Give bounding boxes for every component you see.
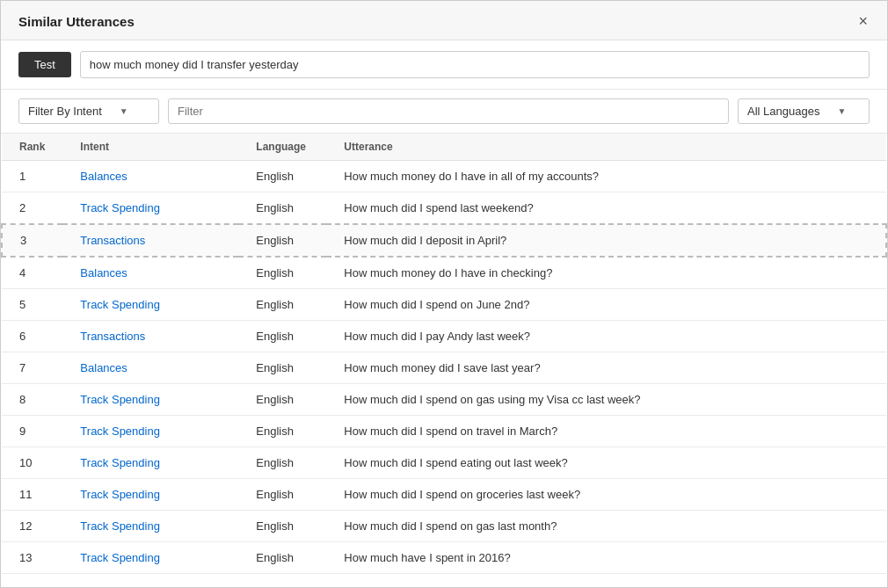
intent-link[interactable]: Track Spending (80, 551, 160, 564)
rank-cell: 13 (2, 542, 62, 574)
col-utterance: Utterance (326, 134, 886, 161)
language-cell: English (238, 289, 326, 321)
col-language: Language (238, 134, 326, 161)
intent-cell: Track Spending (62, 542, 238, 574)
rank-cell: 3 (2, 224, 62, 257)
chevron-down-icon: ▼ (120, 106, 128, 116)
language-cell: English (238, 447, 326, 479)
table-header-row: Rank Intent Language Utterance (2, 134, 886, 161)
intent-cell: Track Spending (62, 416, 238, 447)
utterance-cell: How much did I spend eating out last wee… (326, 447, 886, 479)
intent-filter-label: Filter By Intent (28, 105, 102, 118)
filter-text-input[interactable] (168, 98, 729, 124)
table-row: 11Track SpendingEnglishHow much did I sp… (2, 479, 886, 511)
intent-cell: Transactions (62, 321, 238, 352)
utterance-cell: How much did I spend last weekend? (326, 192, 886, 225)
table-row: 5Track SpendingEnglishHow much did I spe… (2, 289, 886, 321)
utterance-cell: How much did I spend on June 2nd? (326, 289, 886, 321)
utterances-table: Rank Intent Language Utterance 1Balances… (1, 134, 887, 574)
intent-link[interactable]: Balances (80, 361, 127, 374)
rank-cell: 11 (2, 479, 62, 511)
top-bar: Test (1, 40, 887, 90)
table-row: 13Track SpendingEnglishHow much have I s… (2, 542, 886, 574)
intent-link[interactable]: Transactions (80, 234, 145, 247)
utterance-cell: How much did I spend on gas using my Vis… (326, 384, 886, 416)
close-button[interactable]: × (856, 13, 870, 29)
utterance-cell: How much did I spend on travel in March? (326, 416, 886, 447)
table-row: 7BalancesEnglishHow much money did I sav… (2, 352, 886, 384)
col-intent: Intent (62, 134, 238, 161)
modal-header: Similar Utterances × (1, 1, 887, 40)
rank-cell: 4 (2, 257, 62, 289)
language-cell: English (238, 224, 326, 257)
rank-cell: 10 (2, 447, 62, 479)
intent-link[interactable]: Balances (80, 170, 127, 183)
language-cell: English (238, 542, 326, 574)
rank-cell: 12 (2, 511, 62, 542)
table-row: 9Track SpendingEnglishHow much did I spe… (2, 416, 886, 447)
table-row: 8Track SpendingEnglishHow much did I spe… (2, 384, 886, 416)
table-row: 6TransactionsEnglishHow much did I pay A… (2, 321, 886, 352)
intent-link[interactable]: Track Spending (80, 519, 160, 533)
table-row: 4BalancesEnglishHow much money do I have… (2, 257, 886, 289)
language-cell: English (238, 257, 326, 289)
rank-cell: 1 (2, 161, 62, 192)
language-filter-label: All Languages (747, 105, 819, 118)
intent-cell: Balances (62, 161, 238, 192)
intent-link[interactable]: Track Spending (80, 488, 160, 501)
language-cell: English (238, 352, 326, 384)
utterance-cell: How much did I deposit in April? (326, 224, 886, 257)
language-cell: English (238, 416, 326, 447)
intent-cell: Track Spending (62, 511, 238, 542)
intent-cell: Balances (62, 352, 238, 384)
rank-cell: 9 (2, 416, 62, 447)
intent-link[interactable]: Track Spending (80, 456, 160, 469)
utterances-table-container: Rank Intent Language Utterance 1Balances… (1, 134, 887, 574)
language-cell: English (238, 479, 326, 511)
utterance-cell: How much did I spend on groceries last w… (326, 479, 886, 511)
table-row: 2Track SpendingEnglishHow much did I spe… (2, 192, 886, 225)
chevron-down-icon: ▼ (837, 106, 846, 116)
utterance-input[interactable] (80, 51, 870, 78)
intent-cell: Balances (62, 257, 238, 289)
language-cell: English (238, 384, 326, 416)
table-row: 10Track SpendingEnglishHow much did I sp… (2, 447, 886, 479)
intent-link[interactable]: Transactions (80, 330, 145, 343)
intent-cell: Track Spending (62, 479, 238, 511)
utterance-cell: How much did I spend on gas last month? (326, 511, 886, 542)
table-row: 12Track SpendingEnglishHow much did I sp… (2, 511, 886, 542)
intent-cell: Track Spending (62, 384, 238, 416)
col-rank: Rank (2, 134, 62, 161)
table-row: 3TransactionsEnglishHow much did I depos… (2, 224, 886, 257)
intent-cell: Transactions (62, 224, 238, 257)
test-button[interactable]: Test (18, 52, 71, 77)
rank-cell: 6 (2, 321, 62, 352)
modal-title: Similar Utterances (18, 14, 135, 29)
intent-filter-dropdown[interactable]: Filter By Intent ▼ (18, 98, 159, 124)
language-cell: English (238, 192, 326, 225)
utterance-cell: How much money do I have in checking? (326, 257, 886, 289)
intent-link[interactable]: Track Spending (80, 425, 160, 438)
language-cell: English (238, 511, 326, 542)
intent-cell: Track Spending (62, 289, 238, 321)
intent-link[interactable]: Track Spending (80, 201, 160, 214)
intent-cell: Track Spending (62, 447, 238, 479)
rank-cell: 2 (2, 192, 62, 225)
utterance-cell: How much money do I have in all of my ac… (326, 161, 886, 192)
language-filter-dropdown[interactable]: All Languages ▼ (738, 98, 870, 124)
rank-cell: 5 (2, 289, 62, 321)
filter-bar: Filter By Intent ▼ All Languages ▼ (1, 90, 887, 134)
intent-link[interactable]: Track Spending (80, 393, 160, 406)
utterance-cell: How much money did I save last year? (326, 352, 886, 384)
language-cell: English (238, 161, 326, 192)
utterance-cell: How much did I pay Andy last week? (326, 321, 886, 352)
utterance-cell: How much have I spent in 2016? (326, 542, 886, 574)
intent-link[interactable]: Balances (80, 266, 127, 279)
intent-cell: Track Spending (62, 192, 238, 225)
intent-link[interactable]: Track Spending (80, 298, 160, 311)
language-cell: English (238, 321, 326, 352)
rank-cell: 8 (2, 384, 62, 416)
rank-cell: 7 (2, 352, 62, 384)
table-row: 1BalancesEnglishHow much money do I have… (2, 161, 886, 192)
modal: Similar Utterances × Test Filter By Inte… (0, 0, 888, 588)
